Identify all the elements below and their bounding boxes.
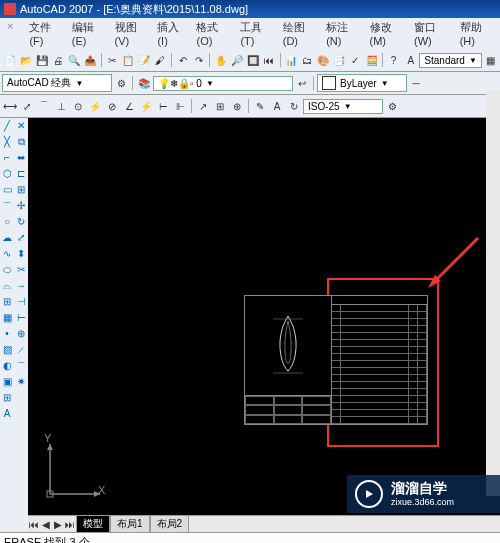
plot-icon[interactable]: 🖨	[50, 52, 65, 68]
trim-icon[interactable]: ✂	[14, 264, 28, 278]
block-icon[interactable]: ▦	[0, 312, 14, 326]
dc-icon[interactable]: 🗂	[300, 52, 315, 68]
menu-format[interactable]: 格式(O)	[193, 20, 233, 47]
chamfer-icon[interactable]: ⟋	[14, 344, 28, 358]
dim-cont-icon[interactable]: ⊩	[172, 98, 188, 114]
dim-base-icon[interactable]: ⊢	[155, 98, 171, 114]
move-icon[interactable]: ✢	[14, 200, 28, 214]
doc-close-icon[interactable]: ×	[4, 20, 16, 47]
dim-linear-icon[interactable]: ⟷	[2, 98, 18, 114]
layer-props-icon[interactable]: 📚	[136, 75, 152, 91]
ws-settings-icon[interactable]: ⚙	[113, 75, 129, 91]
polygon-icon[interactable]: ⬡	[0, 168, 14, 182]
line-icon[interactable]: ╱	[0, 120, 14, 134]
markup-icon[interactable]: ✓	[348, 52, 363, 68]
tab-layout1[interactable]: 布局1	[110, 515, 150, 532]
redo-icon[interactable]: ↷	[191, 52, 206, 68]
tab-next-icon[interactable]: ▶	[52, 519, 64, 530]
dimstyle-dropdown[interactable]: ISO-25▼	[303, 99, 383, 114]
command-line[interactable]: ERASE 找到 3 个 命令:	[0, 532, 500, 543]
vertical-scrollbar[interactable]	[486, 90, 500, 496]
menu-edit[interactable]: 编辑(E)	[69, 20, 108, 47]
tab-prev-icon[interactable]: ◀	[40, 519, 52, 530]
tab-first-icon[interactable]: ⏮	[28, 519, 40, 530]
layer-dropdown[interactable]: 💡❄🔒▫ 0▼	[153, 76, 293, 91]
table-icon[interactable]: ⊞	[0, 392, 14, 406]
dim-update-icon[interactable]: ↻	[286, 98, 302, 114]
erase-icon[interactable]: ✕	[14, 120, 28, 134]
break-pt-icon[interactable]: ⊣	[14, 296, 28, 310]
mtext-icon[interactable]: A	[0, 408, 14, 422]
dim-rad-icon[interactable]: ⊙	[70, 98, 86, 114]
text-style-icon[interactable]: A	[403, 52, 418, 68]
zoom-prev-icon[interactable]: ⏮	[261, 52, 276, 68]
region-icon[interactable]: ▣	[0, 376, 14, 390]
join-icon[interactable]: ⊕	[14, 328, 28, 342]
insert-icon[interactable]: ⊞	[0, 296, 14, 310]
dim-jog-icon[interactable]: ⚡	[87, 98, 103, 114]
menu-view[interactable]: 视图(V)	[112, 20, 151, 47]
new-icon[interactable]: 📄	[2, 52, 17, 68]
xline-icon[interactable]: ╳	[0, 136, 14, 150]
dim-tedit-icon[interactable]: A	[269, 98, 285, 114]
zoom-rt-icon[interactable]: 🔎	[229, 52, 244, 68]
dimstyle-btn-icon[interactable]: ⚙	[384, 98, 400, 114]
dim-tol-icon[interactable]: ⊞	[212, 98, 228, 114]
menu-window[interactable]: 窗口(W)	[411, 20, 453, 47]
explode-icon[interactable]: ✷	[14, 376, 28, 390]
stretch-icon[interactable]: ⬍	[14, 248, 28, 262]
undo-icon[interactable]: ↶	[175, 52, 190, 68]
scale-icon[interactable]: ⤢	[14, 232, 28, 246]
preview-icon[interactable]: 🔍	[66, 52, 81, 68]
pline-icon[interactable]: ⌐	[0, 152, 14, 166]
gradient-icon[interactable]: ◐	[0, 360, 14, 374]
ssm-icon[interactable]: 📑	[332, 52, 347, 68]
dim-ang-icon[interactable]: ∠	[121, 98, 137, 114]
save-icon[interactable]: 💾	[34, 52, 49, 68]
copy-obj-icon[interactable]: ⧉	[14, 136, 28, 150]
props-icon[interactable]: 📊	[284, 52, 299, 68]
help-icon[interactable]: ?	[386, 52, 401, 68]
cut-icon[interactable]: ✂	[105, 52, 120, 68]
tab-layout2[interactable]: 布局2	[150, 515, 190, 532]
rotate-icon[interactable]: ↻	[14, 216, 28, 230]
arc-icon[interactable]: ⌒	[0, 200, 14, 214]
rect-icon[interactable]: ▭	[0, 184, 14, 198]
offset-icon[interactable]: ⊏	[14, 168, 28, 182]
circle-icon[interactable]: ○	[0, 216, 14, 230]
menu-file[interactable]: 文件(F)	[26, 20, 64, 47]
dim-ord-icon[interactable]: ⊥	[53, 98, 69, 114]
ellipse-icon[interactable]: ⬭	[0, 264, 14, 278]
menu-insert[interactable]: 插入(I)	[154, 20, 189, 47]
open-icon[interactable]: 📂	[18, 52, 33, 68]
workspace-dropdown[interactable]: AutoCAD 经典▼	[2, 74, 112, 92]
spline-icon[interactable]: ∿	[0, 248, 14, 262]
extend-icon[interactable]: →	[14, 280, 28, 294]
dim-leader-icon[interactable]: ↗	[195, 98, 211, 114]
menu-draw[interactable]: 绘图(D)	[280, 20, 319, 47]
tab-last-icon[interactable]: ⏭	[64, 519, 76, 530]
drawing-area[interactable]: Y X ⏮ ◀ ▶ ⏭ 模型 布局1 布局2	[28, 118, 500, 532]
tab-model[interactable]: 模型	[76, 515, 110, 532]
point-icon[interactable]: •	[0, 328, 14, 342]
dim-arc-icon[interactable]: ⌒	[36, 98, 52, 114]
match-icon[interactable]: 🖌	[153, 52, 168, 68]
array-icon[interactable]: ⊞	[14, 184, 28, 198]
menu-dim[interactable]: 标注(N)	[323, 20, 362, 47]
dim-dia-icon[interactable]: ⊘	[104, 98, 120, 114]
tp-icon[interactable]: 🎨	[316, 52, 331, 68]
menu-tools[interactable]: 工具(T)	[237, 20, 275, 47]
style-btn-icon[interactable]: ▦	[483, 52, 498, 68]
color-dropdown[interactable]: ByLayer▼	[317, 74, 407, 92]
calc-icon[interactable]: 🧮	[364, 52, 379, 68]
dim-align-icon[interactable]: ⤢	[19, 98, 35, 114]
break-icon[interactable]: ⊢	[14, 312, 28, 326]
menu-modify[interactable]: 修改(M)	[367, 20, 408, 47]
revcloud-icon[interactable]: ☁	[0, 232, 14, 246]
copy-icon[interactable]: 📋	[121, 52, 136, 68]
paste-icon[interactable]: 📝	[137, 52, 152, 68]
linetype-icon[interactable]: ─	[408, 75, 424, 91]
dim-center-icon[interactable]: ⊕	[229, 98, 245, 114]
layer-prev-icon[interactable]: ↩	[294, 75, 310, 91]
text-style-dropdown[interactable]: Standard▼	[419, 53, 482, 68]
